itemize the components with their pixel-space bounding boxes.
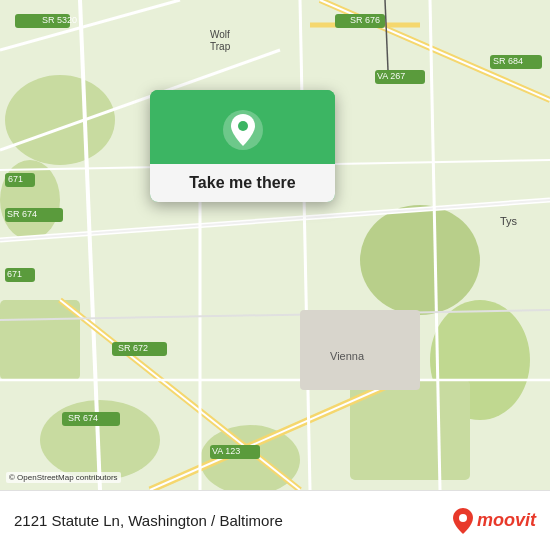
- svg-text:Vienna: Vienna: [330, 350, 365, 362]
- map-svg: SR 5320 SR 676 VA 267 SR 684 671 671 SR …: [0, 0, 550, 490]
- svg-text:SR 676: SR 676: [350, 15, 380, 25]
- svg-text:Tys: Tys: [500, 215, 518, 227]
- svg-text:671: 671: [8, 174, 23, 184]
- popup-card: Take me there: [150, 90, 335, 202]
- svg-point-1: [5, 75, 115, 165]
- moovit-text: moovit: [477, 510, 536, 531]
- take-me-there-button[interactable]: Take me there: [189, 174, 295, 191]
- osm-credit: © OpenStreetMap contributors: [6, 472, 121, 483]
- svg-text:VA 123: VA 123: [212, 446, 240, 456]
- popup-icon-area: [150, 90, 335, 164]
- svg-point-55: [459, 514, 467, 522]
- svg-text:VA 267: VA 267: [377, 71, 405, 81]
- svg-text:Trap: Trap: [210, 41, 231, 52]
- svg-text:671: 671: [7, 269, 22, 279]
- moovit-pin-icon: [452, 507, 474, 535]
- svg-point-5: [360, 205, 480, 315]
- svg-text:SR 674: SR 674: [68, 413, 98, 423]
- moovit-logo: moovit: [452, 507, 536, 535]
- svg-point-2: [0, 160, 60, 240]
- map-container: SR 5320 SR 676 VA 267 SR 684 671 671 SR …: [0, 0, 550, 490]
- svg-text:Wolf: Wolf: [210, 29, 230, 40]
- svg-rect-3: [0, 300, 80, 380]
- address-text: 2121 Statute Ln, Washington / Baltimore: [14, 512, 452, 529]
- svg-text:SR 684: SR 684: [493, 56, 523, 66]
- svg-text:SR 5320: SR 5320: [42, 15, 77, 25]
- svg-text:SR 672: SR 672: [118, 343, 148, 353]
- popup-label-area[interactable]: Take me there: [150, 164, 335, 202]
- location-pin-icon: [221, 108, 265, 152]
- bottom-bar: 2121 Statute Ln, Washington / Baltimore …: [0, 490, 550, 550]
- svg-text:SR 674: SR 674: [7, 209, 37, 219]
- svg-point-54: [238, 121, 248, 131]
